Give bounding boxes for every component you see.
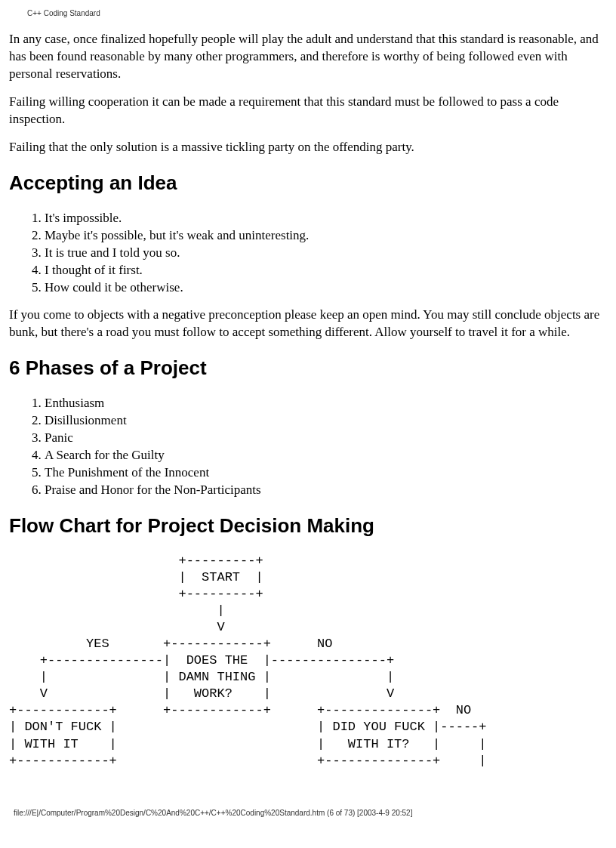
page-footer: file:///E|/Computer/Program%20Design/C%2…: [14, 809, 607, 817]
list-item: It's impossible.: [45, 210, 607, 227]
list-accepting-idea: It's impossible. Maybe it's possible, bu…: [9, 210, 607, 296]
list-item: Maybe it's possible, but it's weak and u…: [45, 227, 607, 244]
list-item: How could it be otherwise.: [45, 279, 607, 296]
body-paragraph: If you come to objects with a negative p…: [9, 307, 607, 341]
heading-phases: 6 Phases of a Project: [9, 356, 607, 380]
heading-flowchart: Flow Chart for Project Decision Making: [9, 514, 607, 538]
list-phases: Enthusiasm Disillusionment Panic A Searc…: [9, 395, 607, 499]
body-paragraph: In any case, once finalized hopefully pe…: [9, 31, 607, 83]
page-header: C++ Coding Standard: [27, 9, 607, 17]
flowchart-ascii: +---------+ | START | +---------+ | V YE…: [9, 553, 607, 769]
body-paragraph: Failing that the only solution is a mass…: [9, 139, 607, 156]
list-item: Praise and Honor for the Non-Participant…: [45, 482, 607, 498]
body-paragraph: Failing willing cooperation it can be ma…: [9, 94, 607, 128]
list-item: It is true and I told you so.: [45, 245, 607, 261]
list-item: Disillusionment: [45, 412, 607, 429]
list-item: Enthusiasm: [45, 395, 607, 412]
list-item: The Punishment of the Innocent: [45, 464, 607, 481]
list-item: Panic: [45, 430, 607, 446]
list-item: A Search for the Guilty: [45, 447, 607, 464]
list-item: I thought of it first.: [45, 262, 607, 279]
heading-accepting-idea: Accepting an Idea: [9, 171, 607, 195]
